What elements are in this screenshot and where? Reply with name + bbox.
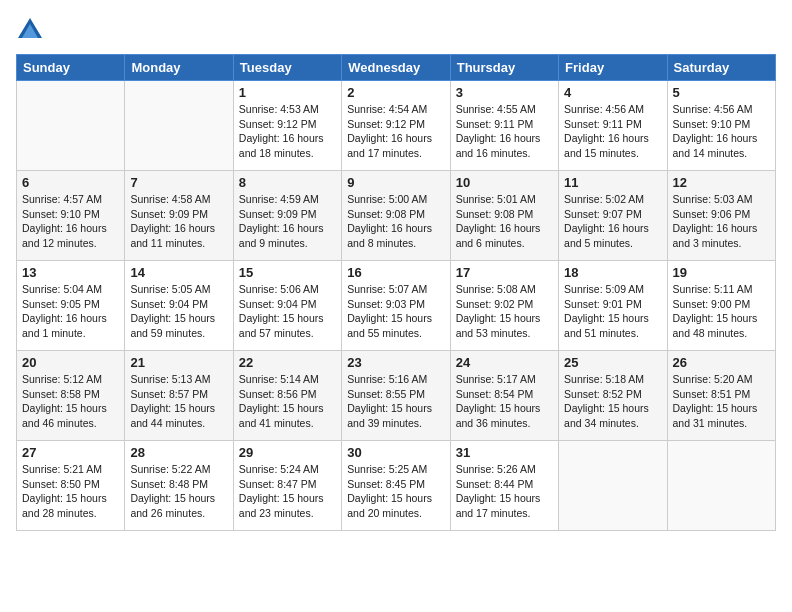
day-cell: 3Sunrise: 4:55 AM Sunset: 9:11 PM Daylig… xyxy=(450,81,558,171)
day-cell: 24Sunrise: 5:17 AM Sunset: 8:54 PM Dayli… xyxy=(450,351,558,441)
day-info: Sunrise: 4:56 AM Sunset: 9:11 PM Dayligh… xyxy=(564,102,661,161)
day-cell: 21Sunrise: 5:13 AM Sunset: 8:57 PM Dayli… xyxy=(125,351,233,441)
day-info: Sunrise: 5:20 AM Sunset: 8:51 PM Dayligh… xyxy=(673,372,770,431)
day-cell: 4Sunrise: 4:56 AM Sunset: 9:11 PM Daylig… xyxy=(559,81,667,171)
day-number: 6 xyxy=(22,175,119,190)
day-number: 3 xyxy=(456,85,553,100)
day-cell: 22Sunrise: 5:14 AM Sunset: 8:56 PM Dayli… xyxy=(233,351,341,441)
day-info: Sunrise: 5:21 AM Sunset: 8:50 PM Dayligh… xyxy=(22,462,119,521)
day-cell: 23Sunrise: 5:16 AM Sunset: 8:55 PM Dayli… xyxy=(342,351,450,441)
day-cell: 16Sunrise: 5:07 AM Sunset: 9:03 PM Dayli… xyxy=(342,261,450,351)
day-cell: 8Sunrise: 4:59 AM Sunset: 9:09 PM Daylig… xyxy=(233,171,341,261)
day-number: 13 xyxy=(22,265,119,280)
day-number: 31 xyxy=(456,445,553,460)
day-info: Sunrise: 5:25 AM Sunset: 8:45 PM Dayligh… xyxy=(347,462,444,521)
week-row-2: 6Sunrise: 4:57 AM Sunset: 9:10 PM Daylig… xyxy=(17,171,776,261)
day-info: Sunrise: 5:08 AM Sunset: 9:02 PM Dayligh… xyxy=(456,282,553,341)
day-number: 27 xyxy=(22,445,119,460)
logo-icon xyxy=(16,16,44,44)
day-number: 30 xyxy=(347,445,444,460)
day-cell: 1Sunrise: 4:53 AM Sunset: 9:12 PM Daylig… xyxy=(233,81,341,171)
day-info: Sunrise: 5:05 AM Sunset: 9:04 PM Dayligh… xyxy=(130,282,227,341)
day-number: 24 xyxy=(456,355,553,370)
day-info: Sunrise: 5:11 AM Sunset: 9:00 PM Dayligh… xyxy=(673,282,770,341)
day-cell: 30Sunrise: 5:25 AM Sunset: 8:45 PM Dayli… xyxy=(342,441,450,531)
day-number: 11 xyxy=(564,175,661,190)
day-cell: 25Sunrise: 5:18 AM Sunset: 8:52 PM Dayli… xyxy=(559,351,667,441)
day-cell: 10Sunrise: 5:01 AM Sunset: 9:08 PM Dayli… xyxy=(450,171,558,261)
day-cell: 7Sunrise: 4:58 AM Sunset: 9:09 PM Daylig… xyxy=(125,171,233,261)
header-cell-wednesday: Wednesday xyxy=(342,55,450,81)
day-cell: 9Sunrise: 5:00 AM Sunset: 9:08 PM Daylig… xyxy=(342,171,450,261)
day-number: 9 xyxy=(347,175,444,190)
day-info: Sunrise: 4:59 AM Sunset: 9:09 PM Dayligh… xyxy=(239,192,336,251)
week-row-3: 13Sunrise: 5:04 AM Sunset: 9:05 PM Dayli… xyxy=(17,261,776,351)
day-info: Sunrise: 4:54 AM Sunset: 9:12 PM Dayligh… xyxy=(347,102,444,161)
day-cell: 31Sunrise: 5:26 AM Sunset: 8:44 PM Dayli… xyxy=(450,441,558,531)
header-cell-saturday: Saturday xyxy=(667,55,775,81)
day-number: 5 xyxy=(673,85,770,100)
day-number: 15 xyxy=(239,265,336,280)
day-info: Sunrise: 5:07 AM Sunset: 9:03 PM Dayligh… xyxy=(347,282,444,341)
day-cell: 17Sunrise: 5:08 AM Sunset: 9:02 PM Dayli… xyxy=(450,261,558,351)
day-number: 25 xyxy=(564,355,661,370)
day-info: Sunrise: 5:09 AM Sunset: 9:01 PM Dayligh… xyxy=(564,282,661,341)
day-info: Sunrise: 5:03 AM Sunset: 9:06 PM Dayligh… xyxy=(673,192,770,251)
day-number: 8 xyxy=(239,175,336,190)
day-cell: 18Sunrise: 5:09 AM Sunset: 9:01 PM Dayli… xyxy=(559,261,667,351)
day-info: Sunrise: 5:14 AM Sunset: 8:56 PM Dayligh… xyxy=(239,372,336,431)
day-cell: 15Sunrise: 5:06 AM Sunset: 9:04 PM Dayli… xyxy=(233,261,341,351)
day-number: 1 xyxy=(239,85,336,100)
day-number: 12 xyxy=(673,175,770,190)
header-cell-friday: Friday xyxy=(559,55,667,81)
day-cell: 26Sunrise: 5:20 AM Sunset: 8:51 PM Dayli… xyxy=(667,351,775,441)
calendar-body: 1Sunrise: 4:53 AM Sunset: 9:12 PM Daylig… xyxy=(17,81,776,531)
day-number: 2 xyxy=(347,85,444,100)
day-cell: 20Sunrise: 5:12 AM Sunset: 8:58 PM Dayli… xyxy=(17,351,125,441)
day-number: 23 xyxy=(347,355,444,370)
day-cell: 11Sunrise: 5:02 AM Sunset: 9:07 PM Dayli… xyxy=(559,171,667,261)
day-info: Sunrise: 5:02 AM Sunset: 9:07 PM Dayligh… xyxy=(564,192,661,251)
day-number: 18 xyxy=(564,265,661,280)
day-number: 22 xyxy=(239,355,336,370)
day-number: 19 xyxy=(673,265,770,280)
day-info: Sunrise: 5:24 AM Sunset: 8:47 PM Dayligh… xyxy=(239,462,336,521)
day-cell: 5Sunrise: 4:56 AM Sunset: 9:10 PM Daylig… xyxy=(667,81,775,171)
week-row-4: 20Sunrise: 5:12 AM Sunset: 8:58 PM Dayli… xyxy=(17,351,776,441)
day-number: 14 xyxy=(130,265,227,280)
day-info: Sunrise: 5:17 AM Sunset: 8:54 PM Dayligh… xyxy=(456,372,553,431)
day-info: Sunrise: 5:22 AM Sunset: 8:48 PM Dayligh… xyxy=(130,462,227,521)
calendar-table: SundayMondayTuesdayWednesdayThursdayFrid… xyxy=(16,54,776,531)
day-info: Sunrise: 5:04 AM Sunset: 9:05 PM Dayligh… xyxy=(22,282,119,341)
day-info: Sunrise: 5:06 AM Sunset: 9:04 PM Dayligh… xyxy=(239,282,336,341)
day-info: Sunrise: 5:18 AM Sunset: 8:52 PM Dayligh… xyxy=(564,372,661,431)
day-number: 26 xyxy=(673,355,770,370)
day-cell xyxy=(559,441,667,531)
day-info: Sunrise: 5:00 AM Sunset: 9:08 PM Dayligh… xyxy=(347,192,444,251)
day-info: Sunrise: 5:01 AM Sunset: 9:08 PM Dayligh… xyxy=(456,192,553,251)
day-cell xyxy=(125,81,233,171)
page-header xyxy=(16,16,776,44)
day-info: Sunrise: 5:16 AM Sunset: 8:55 PM Dayligh… xyxy=(347,372,444,431)
day-cell: 13Sunrise: 5:04 AM Sunset: 9:05 PM Dayli… xyxy=(17,261,125,351)
day-cell: 2Sunrise: 4:54 AM Sunset: 9:12 PM Daylig… xyxy=(342,81,450,171)
day-number: 29 xyxy=(239,445,336,460)
day-number: 21 xyxy=(130,355,227,370)
header-cell-thursday: Thursday xyxy=(450,55,558,81)
week-row-5: 27Sunrise: 5:21 AM Sunset: 8:50 PM Dayli… xyxy=(17,441,776,531)
day-number: 16 xyxy=(347,265,444,280)
day-cell: 12Sunrise: 5:03 AM Sunset: 9:06 PM Dayli… xyxy=(667,171,775,261)
day-number: 17 xyxy=(456,265,553,280)
header-cell-tuesday: Tuesday xyxy=(233,55,341,81)
day-cell: 27Sunrise: 5:21 AM Sunset: 8:50 PM Dayli… xyxy=(17,441,125,531)
day-info: Sunrise: 5:13 AM Sunset: 8:57 PM Dayligh… xyxy=(130,372,227,431)
day-cell: 6Sunrise: 4:57 AM Sunset: 9:10 PM Daylig… xyxy=(17,171,125,261)
logo xyxy=(16,16,48,44)
day-info: Sunrise: 4:56 AM Sunset: 9:10 PM Dayligh… xyxy=(673,102,770,161)
day-cell: 28Sunrise: 5:22 AM Sunset: 8:48 PM Dayli… xyxy=(125,441,233,531)
day-number: 20 xyxy=(22,355,119,370)
day-cell xyxy=(667,441,775,531)
day-info: Sunrise: 5:26 AM Sunset: 8:44 PM Dayligh… xyxy=(456,462,553,521)
day-info: Sunrise: 4:53 AM Sunset: 9:12 PM Dayligh… xyxy=(239,102,336,161)
day-info: Sunrise: 4:58 AM Sunset: 9:09 PM Dayligh… xyxy=(130,192,227,251)
